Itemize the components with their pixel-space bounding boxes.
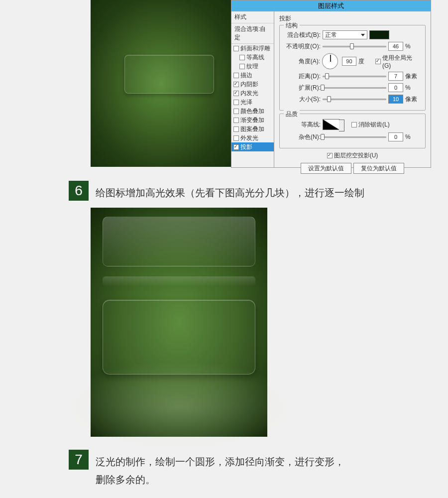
size-slider[interactable]: [323, 95, 386, 103]
structure-title: 结构: [284, 21, 300, 30]
style-item-6[interactable]: 光泽: [231, 98, 274, 107]
step-7: 7 泛光的制作，绘制一个圆形，添加径向渐变，进行变形， 删除多余的。: [69, 450, 448, 489]
style-item-5[interactable]: 内发光: [231, 89, 274, 98]
angle-dial[interactable]: [322, 53, 338, 69]
layer-style-screenshot: 图层样式 样式 混合选项:自定 斜面和浮雕等高线纹理描边内阴影内发光光泽颜色叠加…: [91, 0, 431, 168]
checkbox-icon[interactable]: [239, 64, 245, 69]
checkbox-icon[interactable]: [233, 73, 239, 78]
noise-value[interactable]: 0: [388, 132, 403, 141]
shadow-color-swatch[interactable]: [369, 30, 389, 39]
size-value[interactable]: 10: [388, 95, 403, 104]
checkbox-icon[interactable]: [233, 144, 239, 150]
distance-slider[interactable]: [323, 72, 386, 80]
style-item-3[interactable]: 描边: [231, 71, 274, 80]
style-item-label: 斜面和浮雕: [240, 44, 270, 53]
spread-label: 扩展(R):: [285, 84, 321, 92]
style-item-1[interactable]: 等高线: [231, 53, 274, 62]
bloom-glow: [50, 357, 309, 457]
style-item-label: 纹理: [246, 62, 258, 71]
gloss-mid-strip: [103, 276, 255, 286]
set-default-button[interactable]: 设置为默认值: [301, 163, 351, 174]
style-item-label: 等高线: [246, 53, 264, 62]
angle-value[interactable]: 90: [342, 57, 357, 66]
noise-label: 杂色(N):: [285, 133, 321, 141]
style-item-label: 光泽: [240, 98, 252, 107]
style-item-0[interactable]: 斜面和浮雕: [231, 44, 274, 53]
distance-value[interactable]: 7: [388, 72, 403, 81]
step-7-text: 泛光的制作，绘制一个圆形，添加径向渐变，进行变形， 删除多余的。: [96, 450, 344, 489]
preview-green-bg: [91, 0, 231, 167]
opacity-label: 不透明度(O):: [285, 42, 321, 51]
opacity-value[interactable]: 46: [388, 42, 403, 51]
quality-title: 品质: [284, 110, 300, 119]
contour-picker[interactable]: [323, 119, 339, 130]
style-item-4[interactable]: 内阴影: [231, 80, 274, 89]
checkbox-icon[interactable]: [233, 46, 239, 51]
angle-label: 角度(A):: [285, 57, 320, 66]
shadow-panel: 投影 结构 混合模式(B): 正常 不透明度(O): 46 %: [274, 11, 431, 167]
structure-group: 结构 混合模式(B): 正常 不透明度(O): 46 %: [279, 25, 426, 111]
step-7-number: 7: [69, 450, 89, 470]
style-item-8[interactable]: 渐变叠加: [231, 116, 274, 124]
style-item-9[interactable]: 图案叠加: [231, 124, 274, 133]
noise-slider[interactable]: [323, 133, 386, 141]
antialias-checkbox[interactable]: 消除锯齿(L): [351, 121, 390, 129]
checkbox-icon[interactable]: [233, 135, 239, 141]
style-item-7[interactable]: 颜色叠加: [231, 107, 274, 116]
opacity-slider[interactable]: [323, 42, 386, 50]
spread-value[interactable]: 0: [388, 83, 403, 92]
style-item-2[interactable]: 纹理: [231, 62, 274, 71]
style-item-label: 描边: [240, 71, 252, 80]
distance-label: 距离(D):: [285, 72, 321, 81]
quality-group: 品质 等高线: 消除锯齿(L) 杂色(N):: [279, 114, 426, 148]
blend-mode-label: 混合模式(B):: [285, 31, 321, 39]
style-item-11[interactable]: 投影: [231, 142, 274, 151]
style-item-label: 颜色叠加: [240, 107, 264, 116]
style-item-label: 内阴影: [240, 80, 258, 89]
contour-label: 等高线:: [285, 121, 321, 129]
size-label: 大小(S):: [285, 95, 321, 104]
global-light-checkbox[interactable]: 使用全局光(G): [375, 54, 420, 69]
reset-default-button[interactable]: 复位为默认值: [353, 163, 404, 174]
style-item-label: 图案叠加: [240, 125, 264, 133]
layer-style-dialog: 图层样式 样式 混合选项:自定 斜面和浮雕等高线纹理描边内阴影内发光光泽颜色叠加…: [231, 0, 431, 168]
style-item-label: 外发光: [240, 134, 258, 142]
style-list-header: 样式: [231, 11, 274, 23]
shadow-section-title: 投影: [279, 14, 426, 23]
checkbox-icon[interactable]: [233, 91, 239, 96]
gloss-top-rect: [103, 217, 255, 266]
preview-glass-rect: [124, 55, 214, 94]
style-item-10[interactable]: 外发光: [231, 133, 274, 142]
checkbox-icon[interactable]: [233, 100, 239, 105]
style-list: 样式 混合选项:自定 斜面和浮雕等高线纹理描边内阴影内发光光泽颜色叠加渐变叠加图…: [231, 11, 274, 167]
checkbox-icon[interactable]: [239, 55, 245, 60]
dialog-title: 图层样式: [231, 0, 431, 11]
style-item-label: 投影: [240, 143, 252, 151]
checkbox-icon[interactable]: [233, 82, 239, 87]
highlight-preview-image: [91, 208, 267, 437]
knockout-checkbox[interactable]: 图层挖空投影(U): [327, 151, 378, 160]
step-6: 6 给图标增加高光效果（先看下图高光分几块），进行逐一绘制: [69, 181, 448, 202]
spread-slider[interactable]: [323, 84, 386, 92]
step-6-number: 6: [69, 181, 89, 201]
checkbox-icon[interactable]: [233, 126, 239, 132]
step-6-text: 给图标增加高光效果（先看下图高光分几块），进行逐一绘制: [96, 181, 364, 202]
blend-mode-select[interactable]: 正常: [323, 30, 367, 39]
blend-options-header: 混合选项:自定: [231, 23, 274, 44]
checkbox-icon[interactable]: [233, 118, 239, 123]
checkbox-icon[interactable]: [233, 109, 239, 114]
style-item-label: 渐变叠加: [240, 116, 264, 124]
style-item-label: 内发光: [240, 89, 258, 98]
